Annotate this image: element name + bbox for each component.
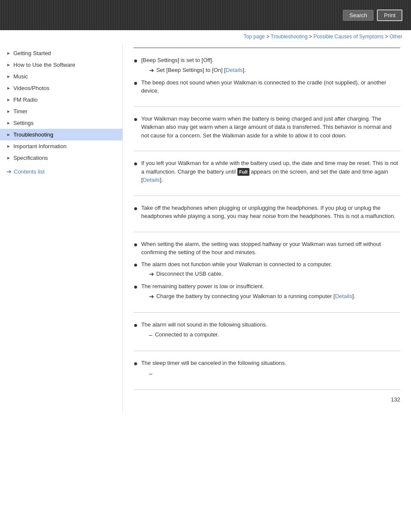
sidebar-item-label: Settings	[13, 120, 118, 126]
bullet-text: When setting the alarm, the setting was …	[141, 240, 400, 257]
sub-arrow-icon: ➔	[149, 66, 154, 75]
sidebar-item-videos-photos[interactable]: ► Videos/Photos	[0, 82, 122, 94]
sub-text: Disconnect the USB cable.	[156, 270, 223, 278]
details-link[interactable]: Details	[226, 67, 243, 73]
bullet-item: ● The sleep timer will be canceled in th…	[134, 359, 400, 378]
dash-icon: –	[149, 330, 153, 339]
breadcrumb: Top page > Troubleshooting > Possible Ca…	[0, 30, 411, 43]
arrow-sub: ➔ Charge the battery by connecting your …	[149, 292, 400, 301]
arrow-icon: ►	[6, 51, 11, 56]
bullet-item: ● The remaining battery power is low or …	[134, 282, 400, 301]
section-headphones: ● Take off the headphones when plugging …	[134, 196, 400, 232]
arrow-right-icon: ➔	[6, 168, 12, 175]
bullet-text: The alarm does not function while your W…	[141, 260, 400, 279]
breadcrumb-top[interactable]: Top page	[243, 34, 265, 40]
header-bar: Search Print	[0, 0, 411, 30]
bullet-item: ● The alarm does not function while your…	[134, 260, 400, 279]
sidebar-item-label: Getting Started	[13, 50, 118, 56]
content-area: ● [Beep Settings] is set to [Off]. ➔ Set…	[123, 43, 411, 414]
bullet-text: [Beep Settings] is set to [Off]. ➔ Set […	[141, 56, 400, 75]
arrow-icon: ►	[6, 144, 11, 149]
bullet-dot: ●	[134, 359, 138, 368]
arrow-icon: ►	[6, 74, 11, 79]
section-alarm-situations: ● The alarm will not sound in the follow…	[134, 313, 400, 352]
sidebar-item-important-information[interactable]: ► Important Information	[0, 140, 122, 152]
sub-arrow-icon: ➔	[149, 270, 154, 279]
bullet-dot: ●	[134, 240, 138, 249]
sub-arrow-icon: ➔	[149, 292, 154, 301]
sidebar-item-specifications[interactable]: ► Specifications	[0, 152, 122, 164]
arrow-icon: ►	[6, 121, 11, 125]
contents-list-link[interactable]: ➔ Contents list	[0, 164, 122, 179]
arrow-icon: ►	[6, 132, 11, 137]
bullet-dot: ●	[134, 78, 138, 88]
sidebar-item-timer[interactable]: ► Timer	[0, 106, 122, 117]
sub-text: Charge the battery by connecting your Wa…	[156, 292, 355, 301]
sidebar: ► Getting Started ► How to Use the Softw…	[0, 43, 123, 414]
bullet-item: ● [Beep Settings] is set to [Off]. ➔ Set…	[134, 56, 400, 75]
sidebar-item-label: Specifications	[13, 155, 118, 161]
bullet-item: ● The alarm will not sound in the follow…	[134, 320, 400, 340]
dash-text: Connected to a computer.	[155, 330, 219, 339]
bullet-dot: ●	[134, 115, 138, 124]
bullet-text: The remaining battery power is low or in…	[141, 282, 400, 301]
bullet-text: If you left your Walkman for a while wit…	[141, 159, 400, 184]
bullet-item: ● The beep does not sound when your Walk…	[134, 78, 400, 95]
sidebar-item-label: Music	[13, 73, 118, 80]
arrow-icon: ►	[6, 97, 11, 102]
sidebar-item-fm-radio[interactable]: ► FM Radio	[0, 94, 122, 106]
bullet-item: ● Your Walkman may become warm when the …	[134, 115, 400, 140]
arrow-sub: ➔ Set [Beep Settings] to [On] [Details].	[149, 66, 400, 75]
bullet-item: ● Take off the headphones when plugging …	[134, 204, 400, 221]
full-badge: Full	[237, 168, 249, 176]
section-warm: ● Your Walkman may become warm when the …	[134, 107, 400, 152]
bullet-dot: ●	[134, 320, 138, 330]
bullet-dot: ●	[134, 260, 138, 270]
contents-list-label: Contents list	[14, 168, 45, 175]
sidebar-item-getting-started[interactable]: ► Getting Started	[0, 47, 122, 59]
section-alarm-causes: ● When setting the alarm, the setting wa…	[134, 232, 400, 313]
sidebar-item-label: Timer	[13, 108, 118, 115]
sidebar-item-troubleshooting[interactable]: ► Troubleshooting	[0, 129, 122, 140]
page-number: 132	[134, 390, 400, 403]
bullet-text: The beep does not sound when your Walkma…	[141, 78, 400, 95]
breadcrumb-other[interactable]: Other	[389, 34, 402, 40]
sidebar-item-label: How to Use the Software	[13, 62, 118, 68]
bullet-dot: ●	[134, 159, 138, 168]
sub-text: Set [Beep Settings] to [On] [Details].	[156, 66, 246, 75]
sidebar-item-how-to-use[interactable]: ► How to Use the Software	[0, 59, 122, 71]
sidebar-item-label: Troubleshooting	[13, 131, 118, 138]
bullet-text: Your Walkman may become warm when the ba…	[141, 115, 400, 140]
dash-icon: –	[149, 369, 153, 378]
bullet-text: Take off the headphones when plugging or…	[141, 204, 400, 221]
arrow-icon: ►	[6, 156, 11, 160]
arrow-icon: ►	[6, 109, 11, 114]
bullet-item: ● If you left your Walkman for a while w…	[134, 159, 400, 184]
sidebar-item-settings[interactable]: ► Settings	[0, 117, 122, 129]
bullet-text: The alarm will not sound in the followin…	[141, 320, 400, 340]
bullet-text: The sleep timer will be canceled in the …	[141, 359, 400, 378]
section-datetime: ● If you left your Walkman for a while w…	[134, 151, 400, 196]
dash-item: –	[149, 369, 400, 378]
main-layout: ► Getting Started ► How to Use the Softw…	[0, 43, 411, 414]
bullet-item: ● When setting the alarm, the setting wa…	[134, 240, 400, 257]
arrow-icon: ►	[6, 62, 11, 67]
section-sleep-timer: ● The sleep timer will be canceled in th…	[134, 351, 400, 390]
details-link[interactable]: Details	[335, 293, 352, 299]
sidebar-item-music[interactable]: ► Music	[0, 71, 122, 82]
breadcrumb-possible-causes[interactable]: Possible Causes of Symptoms	[314, 34, 384, 40]
section-beep: ● [Beep Settings] is set to [Off]. ➔ Set…	[134, 48, 400, 107]
arrow-sub: ➔ Disconnect the USB cable.	[149, 270, 400, 279]
bullet-dot: ●	[134, 282, 138, 292]
details-link[interactable]: Details	[143, 177, 160, 183]
search-button[interactable]: Search	[343, 10, 374, 21]
sidebar-item-label: Important Information	[13, 143, 118, 149]
print-button[interactable]: Print	[377, 9, 402, 21]
bullet-dot: ●	[134, 204, 138, 213]
breadcrumb-troubleshooting[interactable]: Troubleshooting	[271, 34, 308, 40]
sidebar-item-label: Videos/Photos	[13, 85, 118, 91]
dash-item: – Connected to a computer.	[149, 330, 400, 339]
sidebar-item-label: FM Radio	[13, 96, 118, 103]
bullet-dot: ●	[134, 56, 138, 65]
arrow-icon: ►	[6, 86, 11, 90]
